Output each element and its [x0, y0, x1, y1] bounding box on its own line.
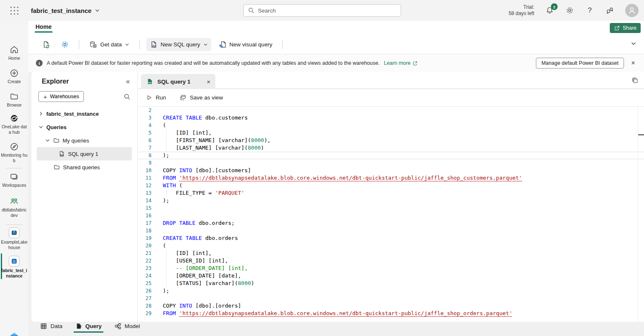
code-line[interactable]: 21 [ID] [int],: [138, 249, 644, 257]
code-text[interactable]: COPY INTO [dbo].[customers]: [163, 167, 644, 174]
help-button[interactable]: ?: [585, 6, 594, 15]
feedback-button[interactable]: [605, 6, 614, 15]
tree-item-sql-query-1[interactable]: SQL SQL query 1: [37, 147, 132, 160]
collapse-ribbon-chevron-icon[interactable]: [631, 41, 636, 46]
run-button[interactable]: Run: [146, 94, 166, 101]
code-line[interactable]: 2: [138, 107, 644, 114]
nav-item-examplelakehouse[interactable]: ExampleLakehouse: [0, 227, 28, 250]
code-text[interactable]: [STATUS] [varchar](8000): [163, 280, 644, 287]
tree-item-my-queries[interactable]: My queries: [37, 134, 132, 147]
code-line[interactable]: 28COPY INTO [dbo].[orders]: [138, 302, 644, 310]
add-warehouses-button[interactable]: + Warehouses: [38, 91, 84, 102]
share-button[interactable]: Share: [610, 23, 641, 33]
learn-more-link[interactable]: Learn more: [384, 60, 418, 66]
view-tab-model[interactable]: Model: [114, 323, 140, 334]
code-line[interactable]: 18: [138, 227, 644, 234]
nav-item-workspaces[interactable]: Workspaces: [0, 172, 28, 188]
get-data-button[interactable]: Get data: [86, 38, 133, 51]
account-avatar[interactable]: [625, 4, 639, 17]
code-text[interactable]: [163, 212, 644, 219]
code-line[interactable]: 27: [138, 295, 644, 302]
code-line[interactable]: 13 FILE_TYPE = 'PARQUET': [138, 189, 644, 197]
code-line[interactable]: 10COPY INTO [dbo].[customers]: [138, 167, 644, 174]
code-line[interactable]: 16: [138, 212, 644, 219]
sql-code-editor[interactable]: 23CREATE TABLE dbo.customers4(5 [ID] [in…: [138, 107, 644, 322]
search-input[interactable]: [258, 8, 397, 14]
settings-button[interactable]: [565, 6, 574, 15]
collapse-explorer-icon[interactable]: «: [126, 78, 130, 85]
code-line[interactable]: 6 [FIRST_NAME] [varchar](8000),: [138, 137, 644, 144]
code-text[interactable]: DROP TABLE dbo.orders;: [163, 219, 644, 227]
code-line[interactable]: 29FROM 'https://dbtlabsynapsedatalake.bl…: [138, 310, 644, 317]
query-tab-sql-query-1[interactable]: SQL SQL query 1 ×: [141, 74, 215, 89]
ribbon-tab-home[interactable]: Home: [35, 23, 53, 33]
view-tab-data[interactable]: Data: [40, 323, 63, 334]
save-as-view-button[interactable]: Save as view: [179, 94, 223, 101]
app-launcher-icon[interactable]: [7, 3, 21, 18]
code-line[interactable]: 26);: [138, 287, 644, 295]
code-line[interactable]: 4(: [138, 122, 644, 129]
copy-icon[interactable]: [631, 77, 639, 84]
code-line[interactable]: 15: [138, 204, 644, 212]
code-text[interactable]: [163, 227, 644, 234]
close-tab-icon[interactable]: ×: [207, 78, 210, 85]
code-line[interactable]: 24 [ORDER_DATE] [date],: [138, 272, 644, 280]
code-text[interactable]: -- [ORDER_DATE] [int],: [163, 265, 644, 272]
code-line[interactable]: 20(: [138, 242, 644, 249]
code-text[interactable]: CREATE TABLE dbo.orders: [163, 234, 644, 242]
code-line[interactable]: 19CREATE TABLE dbo.orders: [138, 234, 644, 242]
nav-item-fabric-test-instance[interactable]: fabric_test_instance: [0, 256, 28, 279]
code-line[interactable]: 9: [138, 159, 644, 167]
code-text[interactable]: );: [163, 287, 644, 295]
code-line[interactable]: 14);: [138, 197, 644, 204]
new-sql-query-button[interactable]: SQL New SQL query: [146, 38, 211, 51]
global-search[interactable]: [243, 4, 401, 17]
code-text[interactable]: [ORDER_DATE] [date],: [163, 272, 644, 280]
code-line[interactable]: 17DROP TABLE dbo.orders;: [138, 219, 644, 227]
tree-item-queries[interactable]: Queries: [37, 120, 132, 134]
code-line[interactable]: 12WITH (: [138, 182, 644, 189]
workspace-switcher[interactable]: fabric_test_instance: [31, 7, 100, 14]
code-line[interactable]: 25 [STATUS] [varchar](8000): [138, 280, 644, 287]
notifications-button[interactable]: 2: [545, 6, 554, 15]
code-text[interactable]: [163, 107, 644, 114]
editor-scrollbar-track[interactable]: [638, 107, 638, 322]
nav-item-create[interactable]: Create: [0, 69, 28, 84]
tree-item-shared-queries[interactable]: Shared queries: [37, 160, 132, 174]
code-line[interactable]: 7 [LAST_NAME] [varchar](8000): [138, 144, 644, 152]
code-text[interactable]: [FIRST_NAME] [varchar](8000),: [163, 137, 644, 144]
chevron-down-icon[interactable]: [45, 138, 50, 143]
tree-item-fabric-test-instance[interactable]: fabric_test_instance: [37, 107, 132, 120]
code-text[interactable]: [163, 159, 644, 167]
nav-item-data-warehouse[interactable]: Data Warehouse: [0, 331, 28, 336]
view-tab-query[interactable]: Query: [75, 323, 102, 334]
code-text[interactable]: [163, 204, 644, 212]
chevron-down-icon[interactable]: [38, 125, 43, 130]
code-text[interactable]: FILE_TYPE = 'PARQUET': [163, 189, 644, 197]
code-text[interactable]: FROM 'https://dbtlabsynapsedatalake.blob…: [163, 310, 644, 317]
code-text[interactable]: [163, 295, 644, 302]
code-line[interactable]: 5 [ID] [int],: [138, 129, 644, 137]
code-text[interactable]: (: [163, 242, 644, 249]
code-text[interactable]: [ID] [int],: [163, 249, 644, 257]
code-line[interactable]: 3CREATE TABLE dbo.customers: [138, 114, 644, 122]
code-text[interactable]: WITH (: [163, 182, 644, 189]
search-icon[interactable]: [124, 93, 131, 100]
nav-item-browse[interactable]: Browse: [0, 92, 28, 108]
code-text[interactable]: COPY INTO [dbo].[orders]: [163, 302, 644, 310]
code-text[interactable]: );: [163, 197, 644, 204]
code-text[interactable]: );: [163, 152, 644, 159]
code-text[interactable]: [USER_ID] [int],: [163, 257, 644, 265]
new-visual-query-button[interactable]: New visual query: [215, 38, 276, 51]
code-text[interactable]: [ID] [int],: [163, 129, 644, 137]
chevron-right-icon[interactable]: [38, 111, 43, 116]
code-line[interactable]: 23 -- [ORDER_DATE] [int],: [138, 265, 644, 272]
banner-close-icon[interactable]: ×: [628, 58, 638, 68]
code-text[interactable]: (: [163, 122, 644, 129]
code-text[interactable]: [LAST_NAME] [varchar](8000): [163, 144, 644, 152]
refresh-dataset-button[interactable]: [39, 38, 53, 51]
nav-item-home[interactable]: Home: [0, 45, 28, 61]
code-text[interactable]: CREATE TABLE dbo.customers: [163, 114, 644, 122]
nav-item-monitoring-hub[interactable]: Monitoring hub: [0, 142, 28, 163]
nav-item-onelake-data-hub[interactable]: OneLake data hub: [0, 114, 28, 135]
